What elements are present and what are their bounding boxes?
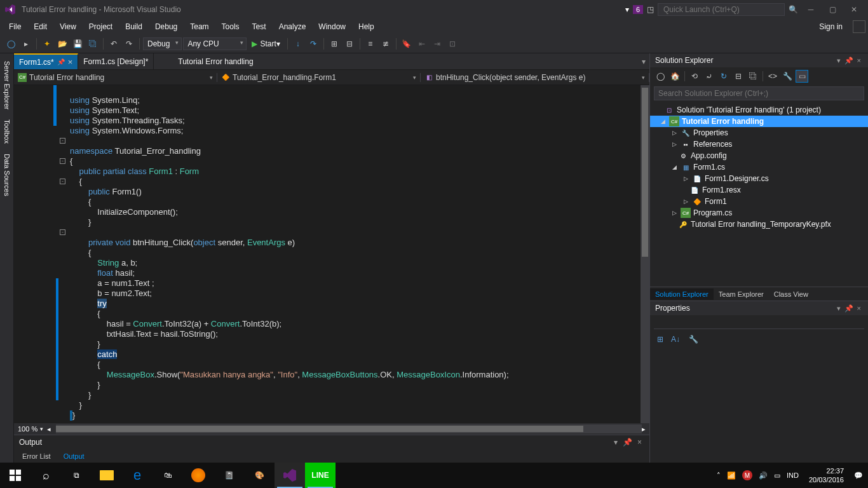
- tray-notifications-icon[interactable]: 💬: [854, 471, 863, 480]
- menu-edit[interactable]: Edit: [27, 20, 53, 33]
- output-dropdown-icon[interactable]: ▾: [611, 438, 620, 447]
- se-home-icon[interactable]: 🏠: [668, 70, 681, 83]
- tray-clock[interactable]: 22:37 20/03/2016: [805, 466, 848, 484]
- horizontal-scrollbar[interactable]: [56, 424, 642, 433]
- config-combo[interactable]: Debug: [143, 37, 182, 50]
- se-tab-solution[interactable]: Solution Explorer: [650, 288, 714, 300]
- props-wrench-icon[interactable]: 🔧: [687, 333, 700, 346]
- menu-project[interactable]: Project: [83, 20, 119, 33]
- se-preview-icon[interactable]: ▭: [796, 70, 808, 83]
- props-pin-icon[interactable]: 📌: [843, 304, 855, 313]
- save-button[interactable]: 💾: [71, 37, 85, 51]
- tree-solution[interactable]: ⊡ Solution 'Tutorial Error handling' (1 …: [650, 104, 868, 116]
- output-close-icon[interactable]: ×: [635, 438, 644, 447]
- tray-wifi-icon[interactable]: 📶: [727, 471, 736, 480]
- se-code-icon[interactable]: <>: [766, 70, 779, 83]
- output-pin-icon[interactable]: 📌: [620, 438, 635, 447]
- se-dropdown-icon[interactable]: ▾: [835, 57, 843, 65]
- save-all-button[interactable]: ⿻: [86, 37, 100, 51]
- bookmark-button[interactable]: 🔖: [400, 37, 414, 51]
- tree-appconfig[interactable]: ⚙ App.config: [650, 150, 868, 161]
- close-button[interactable]: ✕: [845, 3, 863, 16]
- tree-form1class[interactable]: ▷🔶 Form1: [650, 196, 868, 207]
- tab-tutorial[interactable]: Tutorial Error handling: [173, 53, 258, 69]
- props-close-icon[interactable]: ×: [855, 304, 863, 312]
- vertical-scrollbar[interactable]: [641, 85, 649, 423]
- undo-button[interactable]: ↶: [107, 37, 121, 51]
- menu-file[interactable]: File: [3, 20, 27, 33]
- pin-icon[interactable]: 📌: [57, 58, 65, 65]
- tb-icon-1[interactable]: ⊞: [327, 37, 341, 51]
- notepad-button[interactable]: 📓: [214, 463, 244, 488]
- tree-references[interactable]: ▷▪▪ References: [650, 139, 868, 150]
- open-button[interactable]: 📂: [55, 37, 69, 51]
- close-tab-icon[interactable]: ×: [68, 57, 73, 67]
- se-tab-team[interactable]: Team Explorer: [714, 288, 769, 300]
- platform-combo[interactable]: Any CPU: [183, 37, 247, 50]
- flag-icon[interactable]: ▾: [625, 5, 629, 14]
- se-refresh-icon[interactable]: ↻: [717, 70, 730, 83]
- tab-form1cs[interactable]: Form1.cs* 📌 ×: [14, 53, 78, 69]
- menu-view[interactable]: View: [53, 20, 83, 33]
- step-over-button[interactable]: ↷: [306, 37, 320, 51]
- store-button[interactable]: 🛍: [153, 463, 183, 488]
- feedback-icon[interactable]: ◳: [647, 5, 654, 14]
- scroll-right-icon[interactable]: ▸: [642, 425, 646, 433]
- toolbox-tab[interactable]: Toolbox: [2, 114, 12, 149]
- se-sync-icon[interactable]: ⟲: [688, 70, 701, 83]
- tb-icon-2[interactable]: ⊟: [342, 37, 356, 51]
- edge-button[interactable]: e: [122, 463, 153, 488]
- redo-button[interactable]: ↷: [122, 37, 136, 51]
- tab-dropdown-icon[interactable]: ▾: [638, 53, 649, 69]
- tray-m-icon[interactable]: M: [742, 470, 752, 480]
- nav-member-combo[interactable]: ◧ btnHitung_Click(object sender, EventAr…: [421, 73, 649, 82]
- forward-button[interactable]: ▸: [19, 37, 33, 51]
- se-close-icon[interactable]: ×: [855, 57, 863, 64]
- nav-class-combo[interactable]: 🔶 Tutorial_Error_handling.Form1▾: [217, 73, 421, 82]
- minimize-button[interactable]: ─: [802, 3, 820, 16]
- maximize-button[interactable]: ▢: [824, 3, 841, 16]
- menu-debug[interactable]: Debug: [149, 20, 184, 33]
- tray-lang[interactable]: IND: [787, 471, 799, 479]
- back-button[interactable]: ◯: [4, 37, 18, 51]
- se-search-input[interactable]: [654, 86, 864, 100]
- line-button[interactable]: LINE: [305, 463, 336, 488]
- avatar-icon[interactable]: [853, 20, 865, 33]
- notification-badge[interactable]: 6: [633, 5, 643, 14]
- code-editor[interactable]: - - - - using System.Linq; using System.…: [14, 85, 649, 423]
- tree-project[interactable]: ◢C# Tutorial Error handling: [650, 116, 868, 127]
- se-pin-icon[interactable]: 📌: [843, 57, 855, 65]
- visual-studio-button[interactable]: [275, 463, 305, 488]
- se-collapse-icon[interactable]: ⊟: [732, 70, 745, 83]
- menu-team[interactable]: Team: [184, 20, 215, 33]
- paint-button[interactable]: 🎨: [244, 463, 275, 488]
- data-sources-tab[interactable]: Data Sources: [2, 149, 12, 201]
- menu-build[interactable]: Build: [119, 20, 149, 33]
- tray-volume-icon[interactable]: 🔊: [759, 471, 768, 480]
- se-showall-icon[interactable]: ⿻: [747, 70, 759, 83]
- scroll-left-icon[interactable]: ◂: [47, 425, 51, 433]
- menu-tools[interactable]: Tools: [215, 20, 246, 33]
- props-alpha-icon[interactable]: A↓: [669, 333, 682, 346]
- se-tab-class[interactable]: Class View: [769, 288, 813, 300]
- firefox-button[interactable]: [183, 463, 214, 488]
- start-button[interactable]: ▶Start ▾: [248, 38, 283, 50]
- tray-battery-icon[interactable]: ▭: [774, 471, 780, 480]
- tree-tempkey[interactable]: 🔑 Tutorial Error handling_TemporaryKey.p…: [650, 219, 868, 230]
- tree-form1designer[interactable]: ▷📄 Form1.Designer.cs: [650, 173, 868, 184]
- menu-help[interactable]: Help: [352, 20, 381, 33]
- se-back-icon[interactable]: ◯: [654, 70, 667, 83]
- sign-in-link[interactable]: Sign in: [813, 20, 849, 33]
- search-icon[interactable]: 🔍: [789, 5, 798, 14]
- tb-icon-3[interactable]: ⇤: [415, 37, 429, 51]
- zoom-dropdown-icon[interactable]: ▾: [40, 426, 43, 432]
- props-categorized-icon[interactable]: ⊞: [654, 333, 667, 346]
- uncomment-button[interactable]: ≢: [379, 37, 393, 51]
- search-button[interactable]: ⌕: [31, 463, 61, 488]
- tree-programcs[interactable]: ▷C# Program.cs: [650, 207, 868, 219]
- se-properties-icon[interactable]: 🔧: [781, 70, 794, 83]
- menu-window[interactable]: Window: [312, 20, 352, 33]
- tray-chevron-icon[interactable]: ˄: [717, 471, 721, 480]
- tree-properties[interactable]: ▷🔧 Properties: [650, 127, 868, 139]
- comment-button[interactable]: ≡: [363, 37, 377, 51]
